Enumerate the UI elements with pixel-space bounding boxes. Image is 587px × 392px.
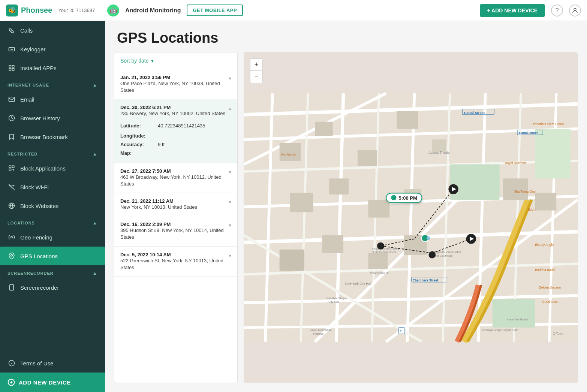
map-zoom-in-button[interactable]: + xyxy=(250,59,262,71)
gps-locations-icon xyxy=(7,252,16,260)
svg-rect-1 xyxy=(9,48,15,51)
entry-address: 463 W Broadway, New York, NY 10012, Unit… xyxy=(120,174,229,187)
svg-rect-6 xyxy=(9,97,15,102)
svg-rect-54 xyxy=(329,178,349,195)
latitude-label: Latitude: xyxy=(120,123,158,129)
svg-text:Umberto's Clam House: Umberto's Clam House xyxy=(532,122,565,126)
svg-text:Nha Trang One: Nha Trang One xyxy=(514,190,536,193)
location-entry[interactable]: Dec. 27, 2022 7:50 AM 463 W Broadway, Ne… xyxy=(114,163,237,193)
header-center: 🤖 Android Monitoring GET MOBILE APP xyxy=(107,4,480,16)
entry-chevron-icon: ▾ xyxy=(229,222,231,228)
sidebar-item-installed-apps[interactable]: Installed APPs xyxy=(0,58,105,77)
block-websites-icon xyxy=(7,202,16,210)
gps-locations-label: GPS Locations xyxy=(20,253,58,259)
map-svg: two hands Umberto's Clam House Royal Sea… xyxy=(244,52,578,383)
add-new-device-button[interactable]: + ADD NEW DEVICE xyxy=(480,4,545,17)
calls-icon xyxy=(7,26,16,34)
entry-header: Dec. 16, 2022 2:09 PM 395 Hudson St #9, … xyxy=(120,221,231,241)
screenrecorder-label-text: Screenrecorder xyxy=(20,284,59,291)
svg-text:Bloody Angle: Bloody Angle xyxy=(535,243,554,247)
svg-rect-59 xyxy=(368,253,388,269)
logo-text: Phonsee xyxy=(21,6,52,15)
location-entry[interactable]: Dec. 21, 2022 11:12 AM New York, NY 1001… xyxy=(114,193,237,216)
restricted-chevron[interactable]: ▲ xyxy=(93,151,97,157)
sidebar-item-gps-locations[interactable]: GPS Locations xyxy=(0,247,105,265)
logo-section: 🐝 Phonsee Your id: 7113687 xyxy=(6,4,107,16)
entry-datetime: Dec. 21, 2022 11:12 AM xyxy=(120,198,197,204)
sidebar-item-keylogger[interactable]: Keylogger xyxy=(0,40,105,58)
keylogger-icon xyxy=(7,45,16,53)
map-zoom-out-button[interactable]: − xyxy=(250,71,262,83)
sidebar-item-block-applications[interactable]: Block Applications xyxy=(0,159,105,178)
sidebar-item-block-websites[interactable]: Block Websites xyxy=(0,196,105,215)
entry-header: Dec. 5, 2022 10:14 AM 522 Greenwich St, … xyxy=(120,252,231,271)
svg-text:Buddha Bodai: Buddha Bodai xyxy=(535,268,555,272)
user-id: Your id: 7113687 xyxy=(58,7,95,13)
svg-point-15 xyxy=(11,236,13,238)
block-websites-label: Block Websites xyxy=(20,203,58,209)
main-panel: Sort by date ▾ Jan. 21, 2022 3:56 PM One… xyxy=(105,52,587,392)
sidebar-item-screenrecorder[interactable]: Screenrecorder xyxy=(0,278,105,297)
user-account-icon[interactable] xyxy=(569,4,581,16)
sidebar-item-browser-history[interactable]: Browser History xyxy=(0,109,105,127)
internet-usage-section: INTERNET USAGE ▲ xyxy=(0,79,105,90)
get-mobile-button[interactable]: GET MOBILE APP xyxy=(187,4,243,16)
svg-rect-55 xyxy=(368,200,389,217)
map-controls: + − xyxy=(250,58,263,83)
browser-history-label: Browser History xyxy=(20,115,60,121)
email-label: Email xyxy=(20,96,34,103)
block-wifi-label: Block Wi-Fi xyxy=(20,184,49,190)
latitude-value: 40.722348911421435 xyxy=(158,123,205,129)
sidebar: Calls Keylogger Installed APPs INTERNET … xyxy=(0,21,105,392)
sidebar-item-terms[interactable]: Terms of Use xyxy=(0,354,105,373)
screenrecorder-icon xyxy=(7,283,16,292)
sort-label: Sort by date xyxy=(120,58,149,64)
entry-datetime: Dec. 27, 2022 7:50 AM xyxy=(120,168,229,174)
locations-section: LOCATIONS ▲ xyxy=(0,217,105,228)
svg-rect-46 xyxy=(493,299,535,328)
entry-address: 522 Greenwich St, New York, NY 10013, Un… xyxy=(120,257,229,271)
svg-text:Golden Unicorn: Golden Unicorn xyxy=(539,286,561,289)
header-right: + ADD NEW DEVICE ? xyxy=(480,4,581,17)
geo-fencing-label: Geo Fencing xyxy=(20,234,52,241)
location-entry-expanded[interactable]: Dec. 30, 2022 6:21 PM 235 Bowery, New Yo… xyxy=(114,99,237,163)
location-list: Sort by date ▾ Jan. 21, 2022 3:56 PM One… xyxy=(114,52,238,383)
svg-rect-9 xyxy=(12,166,14,168)
sidebar-add-device-button[interactable]: ADD NEW DEVICE xyxy=(0,373,105,392)
svg-text:Brooklyn Bridge Bicycle Path: Brooklyn Bridge Bicycle Path xyxy=(482,328,518,332)
svg-text:Brooklyn Bridge–: Brooklyn Bridge– xyxy=(326,296,347,300)
screenrecorder-section: SCREENRECORDER ▲ xyxy=(0,267,105,278)
map-background: + − xyxy=(244,52,578,383)
sidebar-item-geo-fencing[interactable]: Geo Fencing xyxy=(0,228,105,247)
browser-bookmark-label: Browser Bookmark xyxy=(20,134,68,140)
help-icon[interactable]: ? xyxy=(551,4,563,16)
svg-rect-57 xyxy=(280,250,304,271)
svg-rect-2 xyxy=(9,65,11,67)
internet-usage-chevron[interactable]: ▲ xyxy=(93,82,97,88)
entry-chevron-icon: ▾ xyxy=(229,199,231,205)
svg-rect-3 xyxy=(12,65,14,67)
location-entry[interactable]: Dec. 16, 2022 2:09 PM 395 Hudson St #9, … xyxy=(114,216,237,246)
svg-rect-58 xyxy=(322,235,343,253)
locations-chevron[interactable]: ▲ xyxy=(93,220,97,226)
sort-by-date-button[interactable]: Sort by date ▾ xyxy=(120,58,154,64)
svg-text:Chambers St: Chambers St xyxy=(370,271,389,275)
block-applications-label: Block Applications xyxy=(20,165,66,172)
restricted-section: RESTRICTED ▲ xyxy=(0,148,105,159)
sidebar-item-email[interactable]: Email xyxy=(0,90,105,109)
block-wifi-icon xyxy=(7,183,16,191)
entry-chevron-icon: ▾ xyxy=(229,253,231,259)
location-entry[interactable]: Dec. 5, 2022 10:14 AM 522 Greenwich St, … xyxy=(114,247,237,277)
svg-rect-45 xyxy=(450,164,500,200)
sidebar-item-block-wifi[interactable]: Block Wi-Fi xyxy=(0,178,105,196)
sidebar-item-browser-bookmark[interactable]: Browser Bookmark xyxy=(0,127,105,146)
svg-rect-47 xyxy=(535,129,571,179)
svg-rect-48 xyxy=(280,143,301,161)
sidebar-item-calls[interactable]: Calls xyxy=(0,21,105,40)
entry-datetime: Dec. 16, 2022 2:09 PM xyxy=(120,221,229,227)
screenrecorder-chevron[interactable]: ▲ xyxy=(93,271,97,276)
svg-text:two hands: two hands xyxy=(281,153,296,156)
email-icon xyxy=(7,95,16,103)
location-entry[interactable]: Jan. 21, 2022 3:56 PM One Pace Plaza, Ne… xyxy=(114,69,237,99)
map-label: Map: xyxy=(120,150,158,156)
